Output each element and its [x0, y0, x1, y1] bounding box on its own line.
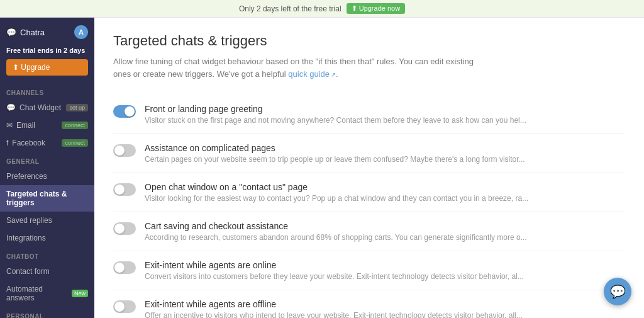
- sidebar-item-email[interactable]: ✉ Email connect: [0, 116, 94, 134]
- sidebar-upgrade-button[interactable]: ⬆ Upgrade: [6, 59, 88, 76]
- trigger-title-5: Exit-intent while agents are online: [145, 260, 625, 270]
- facebook-connect-btn[interactable]: connect: [62, 139, 88, 147]
- facebook-icon: f: [6, 139, 8, 147]
- section-label-channels: CHANNELS: [0, 83, 94, 99]
- sidebar-label-chat-widget: Chat Widget: [19, 103, 61, 112]
- sidebar-label-saved-replies: Saved replies: [6, 216, 52, 225]
- avatar: A: [74, 25, 88, 39]
- sidebar-item-chat-widget[interactable]: 💬 Chat Widget set up: [0, 99, 94, 116]
- section-label-general: GENERAL: [0, 152, 94, 168]
- sidebar-label-integrations: Integrations: [6, 234, 46, 242]
- chat-icon: 💬: [6, 28, 16, 37]
- sidebar-item-saved-replies[interactable]: Saved replies: [0, 212, 94, 229]
- trigger-item-5[interactable]: Exit-intent while agents are onlineConve…: [113, 251, 625, 290]
- sidebar-item-facebook[interactable]: f Facebook connect: [0, 134, 94, 152]
- chat-widget-setup-btn[interactable]: set up: [66, 104, 88, 111]
- trigger-list: Front or landing page greetingVisitor st…: [113, 95, 625, 318]
- trial-notice: Free trial ends in 2 days: [0, 44, 94, 59]
- sidebar-label-facebook: Facebook: [12, 139, 45, 147]
- sidebar-logo: 💬 Chatra: [6, 28, 45, 37]
- trigger-item-4[interactable]: Cart saving and checkout assistanceAccor…: [113, 212, 625, 251]
- banner-text: Only 2 days left of the free trial: [239, 4, 341, 13]
- trigger-title-2: Assistance on complicated pages: [145, 143, 625, 153]
- trigger-desc-2: Certain pages on your website seem to tr…: [145, 155, 585, 164]
- sidebar-item-contact-form[interactable]: Contact form: [0, 263, 94, 280]
- sidebar-label-preferences: Preferences: [6, 172, 47, 181]
- toggle-2[interactable]: [113, 144, 136, 157]
- toggle-1[interactable]: [113, 105, 136, 118]
- trigger-desc-3: Visitor looking for the easiest way to c…: [145, 194, 585, 203]
- trigger-title-1: Front or landing page greeting: [145, 104, 625, 114]
- trigger-desc-5: Convert visitors into customers before t…: [145, 272, 585, 281]
- section-label-personal: PERSONAL: [0, 307, 94, 318]
- trigger-title-6: Exit-intent while agents are offline: [145, 299, 625, 309]
- sidebar-label-targeted-chats: Targeted chats & triggers: [6, 190, 88, 207]
- chat-fab-icon: 💬: [610, 284, 626, 299]
- sidebar-logo-name: Chatra: [20, 28, 45, 37]
- toggle-4[interactable]: [113, 222, 136, 235]
- banner-upgrade-button[interactable]: ⬆ Upgrade now: [347, 3, 406, 14]
- sidebar-item-preferences[interactable]: Preferences: [0, 168, 94, 185]
- sidebar-item-targeted-chats[interactable]: Targeted chats & triggers: [0, 185, 94, 212]
- page-description: Allow fine tuning of chat widget behavio…: [113, 55, 491, 80]
- sidebar: 💬 Chatra A Free trial ends in 2 days ⬆ U…: [0, 18, 94, 318]
- trigger-item-1[interactable]: Front or landing page greetingVisitor st…: [113, 95, 625, 134]
- sidebar-label-automated-answers: Automated answers: [6, 285, 65, 302]
- trigger-desc-4: According to research, customers abandon…: [145, 233, 585, 242]
- section-label-chatbot: CHATBOT: [0, 247, 94, 263]
- page-title: Targeted chats & triggers: [113, 33, 625, 49]
- trigger-item-3[interactable]: Open chat window on a "contact us" pageV…: [113, 173, 625, 212]
- toggle-5[interactable]: [113, 261, 136, 274]
- quick-guide-link[interactable]: quick guide: [288, 69, 336, 79]
- trigger-title-4: Cart saving and checkout assistance: [145, 221, 625, 231]
- email-icon: ✉: [6, 121, 13, 130]
- trigger-desc-6: Offer an incentive to visitors who inten…: [145, 311, 585, 318]
- sidebar-label-email: Email: [16, 121, 35, 130]
- sidebar-item-automated-answers[interactable]: Automated answers New: [0, 280, 94, 307]
- toggle-3[interactable]: [113, 183, 136, 196]
- trigger-desc-1: Visitor stuck on the first page and not …: [145, 116, 585, 125]
- sidebar-label-contact-form: Contact form: [6, 267, 50, 276]
- chat-fab[interactable]: 💬: [604, 278, 631, 305]
- main-content: Targeted chats & triggers Allow fine tun…: [94, 18, 644, 318]
- toggle-6[interactable]: [113, 300, 136, 313]
- trigger-title-3: Open chat window on a "contact us" page: [145, 182, 625, 192]
- new-badge: New: [72, 290, 88, 297]
- top-banner: Only 2 days left of the free trial ⬆ Upg…: [0, 0, 644, 18]
- sidebar-header: 💬 Chatra A: [0, 18, 94, 44]
- sidebar-item-integrations[interactable]: Integrations: [0, 229, 94, 247]
- trigger-item-6[interactable]: Exit-intent while agents are offlineOffe…: [113, 290, 625, 318]
- email-connect-btn[interactable]: connect: [62, 122, 88, 129]
- chat-widget-icon: 💬: [6, 103, 16, 112]
- trigger-item-2[interactable]: Assistance on complicated pagesCertain p…: [113, 134, 625, 173]
